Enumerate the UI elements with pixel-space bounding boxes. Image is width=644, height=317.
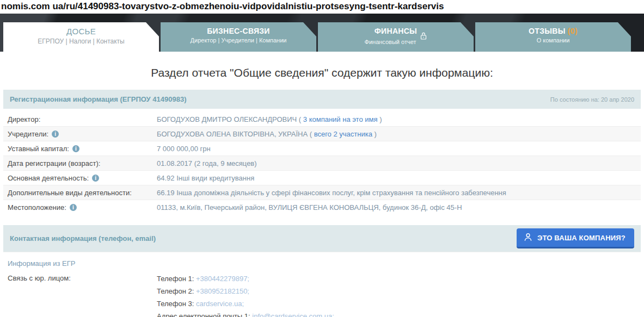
tab-business-links[interactable]: БИЗНЕС-СВЯЗИ Директор | Учредители | Ком… xyxy=(161,22,316,52)
table-row-additional-activities: Дополнительные виды деятельности: 66.19 … xyxy=(3,185,641,200)
phone-1-link[interactable]: +380442279897; xyxy=(196,275,249,283)
phone-line-3: Телефон 3: cardservice.ua; xyxy=(157,297,334,310)
phone-2-link[interactable]: +380952182150; xyxy=(196,287,249,295)
row-label: Связь с юр. лицом: xyxy=(3,272,157,317)
contact-section-header: Контактная информация (телефон, email) Э… xyxy=(3,225,641,252)
header-band: ДОСЬЕ ЕГРПОУ | Налоги | Контакты БИЗНЕС-… xyxy=(0,14,644,52)
tab-subtitle: О компании xyxy=(475,37,631,43)
table-row-founders: Учредители: БОГОДУХОВА ОЛЕНА ВІКТОРІВНА,… xyxy=(3,126,641,141)
registration-table: Директор: БОГОДУХОВ ДМИТРО ОЛЕКСАНДРОВИЧ… xyxy=(3,112,641,214)
tab-title: БИЗНЕС-СВЯЗИ xyxy=(161,27,316,35)
tab-subtitle: Директор | Учредители | Компании xyxy=(161,37,316,43)
phone-line-2: Телефон 2: +380952182150; xyxy=(157,285,334,297)
reviews-count-badge: (0) xyxy=(568,27,578,35)
row-label: Уставный капитал: xyxy=(3,142,157,155)
table-row-location: Местоположение: 01133, м.Київ, Печерськи… xyxy=(3,200,641,214)
tab-bar: ДОСЬЕ ЕГРПОУ | Налоги | Контакты БИЗНЕС-… xyxy=(3,22,631,52)
table-row-director: Директор: БОГОДУХОВ ДМИТРО ОЛЕКСАНДРОВИЧ… xyxy=(3,112,641,126)
tab-dossier[interactable]: ДОСЬЕ ЕГРПОУ | Налоги | Контакты xyxy=(3,22,159,52)
table-row-capital: Уставный капитал: 7 000 000,00 грн xyxy=(3,141,641,156)
contact-lines: Телефон 1: +380442279897; Телефон 2: +38… xyxy=(157,272,334,317)
tab-finance[interactable]: ФИНАНСЫ Финансовый отчет xyxy=(318,22,474,52)
your-company-button[interactable]: ЭТО ВАША КОМПАНИЯ? xyxy=(517,228,634,248)
row-label: Дополнительные виды деятельности: xyxy=(3,187,157,199)
email-line: Адрес електронной почты 1: info@cardserv… xyxy=(157,310,334,317)
tab-title: ОТЗЫВЫ (0) xyxy=(475,27,631,35)
contact-section-title: Контактная информация (телефон, email) xyxy=(10,234,156,243)
row-label: Местоположение: xyxy=(3,201,157,214)
phone-line-1: Телефон 1: +380442279897; xyxy=(157,272,334,285)
page-title: Раздел отчета "Общие сведения" содержит … xyxy=(0,66,644,79)
email-link[interactable]: info@cardservice.com.ua; xyxy=(252,312,334,317)
row-value: 7 000 000,00 грн xyxy=(157,142,641,155)
founders-count-link[interactable]: всего 2 участника xyxy=(314,130,372,138)
tab-subtitle: Финансовый отчет xyxy=(365,39,416,45)
egr-source-link[interactable]: Информация из ЕГР xyxy=(3,252,641,272)
tab-title: ДОСЬЕ xyxy=(3,27,159,36)
director-companies-link[interactable]: 3 компаний на это имя xyxy=(303,115,378,123)
person-icon xyxy=(523,232,533,244)
row-value: БОГОДУХОВА ОЛЕНА ВІКТОРІВНА, УКРАЇНА ( в… xyxy=(157,128,641,140)
tab-reviews[interactable]: ОТЗЫВЫ (0) О компании xyxy=(475,22,631,52)
page-url: nomis.com ua/ru/41490983-tovarystvo-z-ob… xyxy=(0,0,644,14)
table-row-registration-date: Дата регистрации (возраст): 01.08.2017 (… xyxy=(3,156,641,170)
row-value: БОГОДУХОВ ДМИТРО ОЛЕКСАНДРОВИЧ ( 3 компа… xyxy=(157,113,641,126)
row-value: 66.19 Інша допоміжна діяльність у сфері … xyxy=(157,187,641,199)
info-icon[interactable] xyxy=(92,175,99,182)
row-label: Учредители: xyxy=(3,128,157,140)
tab-subtitle: ЕГРПОУ | Налоги | Контакты xyxy=(3,38,159,45)
info-icon[interactable] xyxy=(70,204,77,211)
phone-3-link[interactable]: cardservice.ua; xyxy=(196,300,244,308)
row-label: Дата регистрации (возраст): xyxy=(3,157,157,170)
row-value: 01133, м.Київ, Печерський район, ВУЛИЦЯ … xyxy=(157,201,641,214)
row-value: 01.08.2017 (2 года, 9 месяцев) xyxy=(157,157,641,170)
as-of-date: По состоянию на: 20 апр 2020 xyxy=(550,96,634,103)
lock-icon xyxy=(420,32,427,42)
tab-title: ФИНАНСЫ xyxy=(318,27,474,35)
contact-entity-row: Связь с юр. лицом: Телефон 1: +380442279… xyxy=(3,272,641,317)
info-icon[interactable] xyxy=(72,145,79,152)
info-icon[interactable] xyxy=(52,130,59,138)
row-value: 64.92 Інші види кредитування xyxy=(157,172,641,184)
row-label: Основная деятельность: xyxy=(3,172,157,184)
registration-section-title: Регистрационная информация (ЕГРПОУ 41490… xyxy=(10,95,186,103)
table-row-main-activity: Основная деятельность: 64.92 Інші види к… xyxy=(3,170,641,185)
row-label: Директор: xyxy=(3,113,157,126)
registration-section-header: Регистрационная информация (ЕГРПОУ 41490… xyxy=(3,90,641,109)
